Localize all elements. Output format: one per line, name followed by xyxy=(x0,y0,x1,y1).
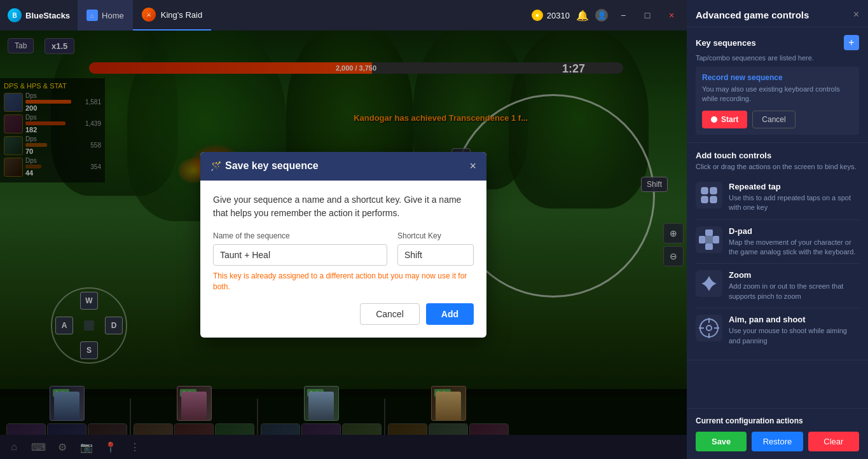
name-input[interactable] xyxy=(213,244,387,266)
dialog-overlay: 🪄 Save key sequence × Give your sequence… xyxy=(0,31,687,459)
home-icon: ⌂ xyxy=(86,10,98,21)
dialog-body: Give your sequence a name and a shortcut… xyxy=(200,181,486,338)
name-field-label: Name of the sequence xyxy=(213,231,387,240)
zoom-icon xyxy=(696,270,722,297)
save-config-button[interactable]: Save xyxy=(696,432,747,451)
start-label: Start xyxy=(721,115,738,124)
svg-rect-7 xyxy=(713,236,719,243)
svg-rect-0 xyxy=(701,188,708,194)
sidebar-close-button[interactable]: × xyxy=(853,9,859,20)
aim-pan-shoot-title: Aim, pan and shoot xyxy=(729,315,859,324)
repeated-tap-icon xyxy=(696,182,722,209)
dpad-icon xyxy=(696,226,722,253)
title-bar: B BlueStacks ⌂ Home ⚔ King's Raid ● 2031… xyxy=(0,0,687,31)
aim-pan-shoot-item: Aim, pan and shoot Use your mouse to sho… xyxy=(696,308,859,352)
clear-config-button[interactable]: Clear xyxy=(808,432,859,451)
record-dot-icon xyxy=(711,116,717,123)
repeated-tap-desc: Use this to add repeated taps on a spot … xyxy=(729,193,859,213)
key-sequences-header: Key sequences + xyxy=(696,35,859,50)
warning-text: This key is already assigned to a differ… xyxy=(213,271,474,292)
bluestacks-name: BlueStacks xyxy=(25,11,70,20)
dialog-fields: Name of the sequence Shortcut Key xyxy=(213,231,474,266)
spacer xyxy=(687,360,868,373)
key-sequences-title: Key sequences xyxy=(696,38,756,48)
key-sequences-section: Key sequences + Tap/combo sequences are … xyxy=(687,27,868,143)
svg-rect-2 xyxy=(701,196,708,203)
sidebar: Advanced game controls × Key sequences +… xyxy=(687,0,868,459)
name-field-group: Name of the sequence xyxy=(213,231,387,266)
add-sequence-button[interactable]: + xyxy=(844,35,859,50)
cancel-recording-button[interactable]: Cancel xyxy=(752,111,795,128)
notification-bell-icon[interactable]: 🔔 xyxy=(576,9,589,22)
dialog-actions: Cancel Add xyxy=(213,303,474,325)
svg-rect-8 xyxy=(705,236,713,243)
key-sequences-desc: Tap/combo sequences are listed here. xyxy=(696,54,859,62)
restore-config-button[interactable]: Restore xyxy=(752,432,803,451)
home-tab[interactable]: ⌂ Home xyxy=(78,0,133,31)
shortcut-field-label: Shortcut Key xyxy=(397,231,474,240)
coin-amount: 20310 xyxy=(547,11,570,20)
wand-icon: 🪄 xyxy=(210,161,221,171)
dialog-description: Give your sequence a name and a shortcut… xyxy=(213,193,474,220)
minimize-button[interactable]: − xyxy=(614,6,632,24)
svg-rect-4 xyxy=(705,230,713,236)
shortcut-input[interactable] xyxy=(397,244,474,266)
add-dialog-button[interactable]: Add xyxy=(426,303,474,325)
dpad-item: D-pad Map the movement of your character… xyxy=(696,220,859,264)
coin-icon: ● xyxy=(532,10,543,21)
home-tab-label: Home xyxy=(102,11,124,20)
repeated-tap-title: Repeated tap xyxy=(729,182,859,191)
dpad-desc: Map the movement of your character or th… xyxy=(729,238,859,257)
config-buttons: Save Restore Clear xyxy=(696,432,859,451)
dialog-close-button[interactable]: × xyxy=(469,160,476,173)
config-actions-section: Current configuration actions Save Resto… xyxy=(687,408,868,459)
config-actions-title: Current configuration actions xyxy=(696,416,859,425)
kings-raid-label: King's Raid xyxy=(161,10,202,20)
kings-raid-icon: ⚔ xyxy=(142,8,156,22)
shortcut-field-group: Shortcut Key xyxy=(397,231,474,266)
aim-pan-shoot-desc: Use your mouse to shoot while aiming and… xyxy=(729,326,859,346)
add-touch-description: Click or drag the actions on the screen … xyxy=(696,163,859,170)
zoom-item: Zoom Add zoom in or out to the screen th… xyxy=(696,264,859,308)
bluestacks-icon: B xyxy=(8,8,22,22)
add-touch-title: Add touch controls xyxy=(696,151,859,160)
title-right: ● 20310 🔔 👤 − □ × xyxy=(532,6,687,24)
save-key-sequence-dialog: 🪄 Save key sequence × Give your sequence… xyxy=(200,152,486,338)
game-area: B BlueStacks ⌂ Home ⚔ King's Raid ● 2031… xyxy=(0,0,687,459)
add-touch-controls-section: Add touch controls Click or drag the act… xyxy=(687,143,868,360)
sidebar-title-bar: Advanced game controls × xyxy=(687,0,868,27)
dpad-title: D-pad xyxy=(729,226,859,236)
dialog-title-bar: 🪄 Save key sequence × xyxy=(200,152,486,181)
repeated-tap-item: Repeated tap Use this to add repeated ta… xyxy=(696,175,859,220)
svg-rect-3 xyxy=(710,196,717,203)
start-recording-button[interactable]: Start xyxy=(702,111,747,128)
svg-rect-1 xyxy=(710,188,717,194)
zoom-desc: Add zoom in or out to the screen that su… xyxy=(729,282,859,301)
aim-pan-shoot-icon xyxy=(696,315,722,341)
record-box-title: Record new sequence xyxy=(702,73,853,82)
user-icon[interactable]: 👤 xyxy=(595,9,608,22)
record-sequence-box: Record new sequence You may also use exi… xyxy=(696,67,859,135)
record-actions: Start Cancel xyxy=(702,111,853,128)
coin-display: ● 20310 xyxy=(532,10,570,21)
sidebar-title: Advanced game controls xyxy=(696,10,809,20)
zoom-title: Zoom xyxy=(729,270,859,280)
bluestacks-logo: B BlueStacks xyxy=(0,8,78,22)
dialog-title: Save key sequence xyxy=(225,160,319,172)
record-box-description: You may also use existing keyboard contr… xyxy=(702,85,853,104)
svg-rect-5 xyxy=(705,243,713,250)
svg-rect-6 xyxy=(699,236,705,243)
maximize-button[interactable]: □ xyxy=(638,6,656,24)
cancel-dialog-button[interactable]: Cancel xyxy=(360,303,420,325)
close-window-button[interactable]: × xyxy=(663,6,680,24)
svg-point-10 xyxy=(706,325,712,331)
sidebar-scroll: Key sequences + Tap/combo sequences are … xyxy=(687,27,868,408)
kings-raid-tab[interactable]: ⚔ King's Raid xyxy=(133,0,211,31)
